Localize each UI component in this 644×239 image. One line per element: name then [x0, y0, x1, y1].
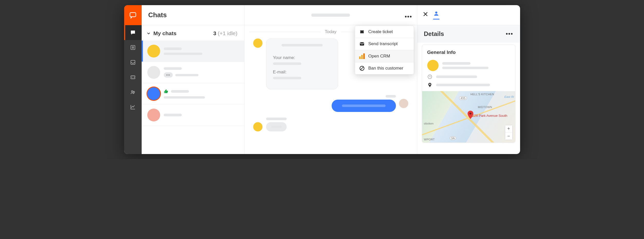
svg-point-16 — [435, 12, 437, 14]
agent-message — [332, 100, 396, 112]
conversation-header: ••• — [244, 5, 417, 25]
prechat-form: Your name: E-mail: — [266, 39, 338, 89]
svg-point-2 — [133, 32, 133, 32]
typing-indicator: ••• — [164, 72, 173, 78]
svg-point-1 — [132, 32, 132, 32]
chat-item[interactable] — [142, 41, 244, 62]
ban-icon — [359, 65, 365, 71]
general-info-card: General Info HELL'S KITCHEN MIDTOWN obok… — [422, 45, 515, 143]
profile-tab[interactable] — [433, 11, 439, 20]
people-icon — [130, 89, 136, 95]
conversation-panel: ••• Today Your name: E-mail: — [244, 5, 417, 154]
chat-item[interactable] — [142, 104, 244, 126]
avatar — [147, 109, 160, 121]
menu-open-crm[interactable]: Open CRM — [355, 50, 414, 62]
agent-avatar — [399, 99, 408, 108]
avatar — [427, 60, 439, 71]
avatar — [253, 122, 262, 131]
svg-point-10 — [133, 91, 134, 93]
nav-archive[interactable] — [124, 55, 142, 70]
page-title: Chats — [142, 5, 244, 25]
thumbs-up-icon — [164, 89, 168, 94]
svg-line-13 — [360, 67, 363, 70]
list-icon — [130, 44, 136, 51]
close-details-button[interactable] — [422, 11, 429, 19]
nav-tickets[interactable] — [124, 40, 142, 55]
chevron-down-icon — [146, 31, 151, 36]
nav-reports[interactable] — [124, 100, 142, 114]
app-logo[interactable] — [124, 5, 142, 25]
details-header — [417, 5, 520, 25]
svg-point-3 — [133, 32, 134, 32]
inbox-icon — [130, 59, 136, 65]
my-chats-label: My chats — [153, 30, 177, 36]
close-icon — [422, 11, 429, 17]
zoom-out-button[interactable]: − — [505, 132, 512, 140]
nav-team[interactable] — [124, 85, 142, 100]
visitor-message — [266, 122, 287, 131]
ticket-solid-icon — [359, 29, 365, 35]
location-map[interactable]: HELL'S KITCHEN MIDTOWN oboken WPORT 495 … — [422, 91, 515, 142]
menu-send-transcript[interactable]: Send transcript — [355, 38, 414, 50]
pin-icon — [427, 82, 432, 88]
clock-icon — [427, 74, 432, 79]
info-location-row — [422, 81, 515, 91]
message-row — [244, 93, 417, 116]
my-chats-toggle[interactable]: My chats 3 (+1 idle) — [142, 25, 244, 41]
info-name-row — [422, 58, 515, 73]
chat-item[interactable]: ••• — [142, 62, 244, 83]
more-menu-button[interactable]: ••• — [405, 13, 412, 20]
svg-point-9 — [131, 91, 133, 92]
nav-chats[interactable] — [124, 25, 142, 40]
details-panel: Details ••• General Info HELL'S KIT — [417, 5, 520, 154]
name-label: Your name: — [273, 55, 331, 60]
svg-point-18 — [470, 113, 472, 115]
avatar — [147, 66, 160, 79]
speech-icon — [130, 30, 136, 36]
chart-icon — [130, 104, 136, 110]
avatar — [147, 45, 160, 58]
menu-ban-customer[interactable]: Ban this customer — [355, 62, 414, 74]
message-row — [244, 116, 417, 136]
details-title-row: Details ••• — [417, 25, 520, 43]
info-time-row — [422, 73, 515, 81]
crm-icon — [359, 53, 365, 59]
nav-rail — [124, 5, 142, 154]
chat-item[interactable] — [142, 83, 244, 104]
avatar — [253, 39, 262, 48]
chat-bubble-icon — [129, 11, 137, 19]
chat-actions-menu: Create ticket Send transcript Open CRM B… — [355, 26, 414, 74]
map-zoom: + − — [505, 125, 513, 140]
chat-counts: 3 (+1 idle) — [213, 30, 238, 36]
card-heading: General Info — [422, 45, 515, 58]
details-more-button[interactable]: ••• — [506, 31, 513, 37]
nav-coupons[interactable] — [124, 70, 142, 85]
svg-rect-0 — [130, 13, 136, 17]
avatar — [147, 87, 160, 100]
chat-list-panel: Chats My chats 3 (+1 idle) ••• — [142, 5, 244, 154]
envelope-icon — [359, 41, 365, 47]
email-label: E-mail: — [273, 70, 331, 75]
map-address: 228 Park Avenue South — [472, 114, 507, 118]
zoom-in-button[interactable]: + — [505, 125, 512, 132]
ticket-icon — [130, 74, 136, 80]
menu-create-ticket[interactable]: Create ticket — [355, 26, 414, 38]
person-icon — [433, 11, 439, 17]
